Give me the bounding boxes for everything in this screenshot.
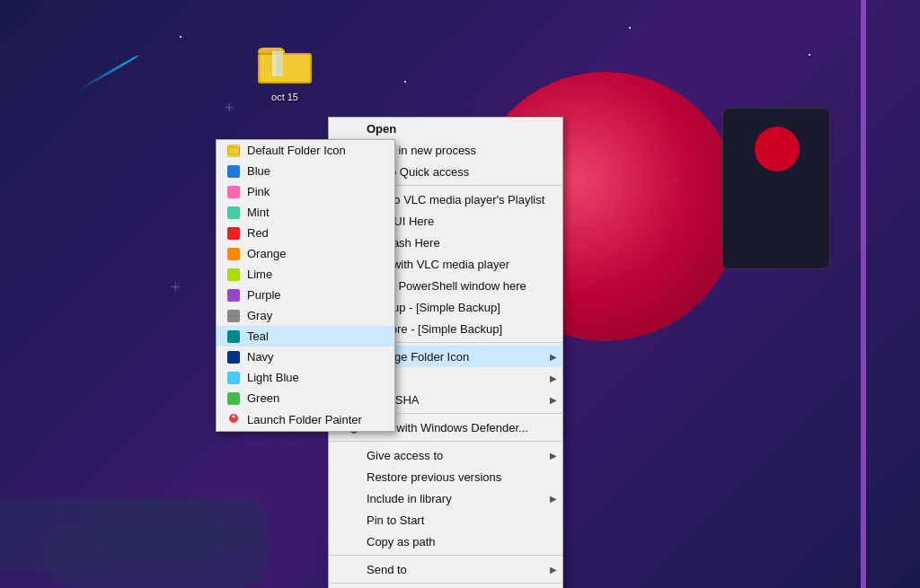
- menu-item-pin-start[interactable]: Pin to Start: [329, 509, 562, 531]
- navy-swatch: [227, 351, 240, 364]
- submenu-item-blue[interactable]: Blue: [217, 161, 394, 181]
- default-folder-swatch: [227, 145, 240, 157]
- svg-rect-17: [228, 147, 239, 154]
- plus-decoration: +: [171, 278, 181, 297]
- submenu-item-default-folder[interactable]: Default Folder Icon: [217, 140, 394, 161]
- svg-rect-3: [276, 51, 283, 76]
- menu-item-copy-path[interactable]: Copy as path: [329, 531, 562, 552]
- svg-rect-1: [260, 55, 310, 82]
- folder-color-submenu: Default Folder Icon Blue Pink Mint Red O…: [216, 139, 395, 432]
- star: [809, 54, 810, 56]
- submenu-item-teal[interactable]: Teal: [217, 326, 394, 347]
- folder-painter-launch-icon: [227, 412, 240, 427]
- light-blue-swatch: [227, 372, 240, 384]
- give-access-icon: [347, 448, 361, 462]
- menu-item-send-to[interactable]: Send to: [329, 558, 562, 580]
- blue-swatch: [227, 165, 240, 178]
- teal-swatch: [227, 330, 240, 343]
- purple-line: [861, 0, 866, 588]
- submenu-item-navy[interactable]: Navy: [217, 347, 394, 367]
- menu-item-include-library[interactable]: Include in library: [329, 487, 562, 509]
- green-swatch: [227, 392, 240, 405]
- menu-item-restore-versions[interactable]: Restore previous versions: [329, 466, 562, 487]
- purple-swatch: [227, 289, 240, 302]
- desktop: + + + + oct 15 Open: [0, 0, 920, 588]
- shooting-star: [76, 54, 140, 92]
- submenu-item-mint[interactable]: Mint: [217, 202, 394, 223]
- folder-label: oct 15: [256, 92, 314, 102]
- menu-item-give-access[interactable]: Give access to: [329, 444, 562, 466]
- folder-svg: [256, 40, 314, 87]
- submenu-item-green[interactable]: Green: [217, 388, 394, 408]
- submenu-item-purple[interactable]: Purple: [217, 285, 394, 305]
- submenu-item-light-blue[interactable]: Light Blue: [217, 367, 394, 388]
- device-card: [722, 108, 830, 269]
- menu-item-open[interactable]: Open: [329, 118, 562, 139]
- separator-6: [329, 583, 562, 584]
- folder-icon[interactable]: oct 15: [256, 40, 314, 102]
- copy-path-icon: [347, 534, 361, 549]
- pin-start-icon: [347, 513, 361, 527]
- separator-5: [329, 555, 562, 556]
- star: [629, 27, 631, 29]
- restore-versions-icon: [347, 470, 361, 484]
- submenu-item-orange[interactable]: Orange: [217, 243, 394, 264]
- red-swatch: [227, 227, 240, 240]
- pink-swatch: [227, 186, 240, 198]
- include-library-icon: [347, 491, 361, 505]
- submenu-item-red[interactable]: Red: [217, 223, 394, 243]
- star: [180, 36, 181, 38]
- gray-swatch: [227, 310, 240, 322]
- plus-decoration: +: [225, 99, 234, 118]
- open-icon: [347, 121, 361, 136]
- submenu-item-pink[interactable]: Pink: [217, 181, 394, 202]
- mint-swatch: [227, 206, 240, 219]
- star: [404, 81, 406, 83]
- submenu-item-lime[interactable]: Lime: [217, 264, 394, 285]
- submenu-item-gray[interactable]: Gray: [217, 305, 394, 326]
- send-to-icon: [347, 562, 361, 576]
- separator-4: [329, 441, 562, 442]
- submenu-item-launch-folder-painter[interactable]: Launch Folder Painter: [217, 408, 394, 431]
- lime-swatch: [227, 268, 240, 281]
- orange-swatch: [227, 248, 240, 260]
- cloud: [45, 525, 270, 588]
